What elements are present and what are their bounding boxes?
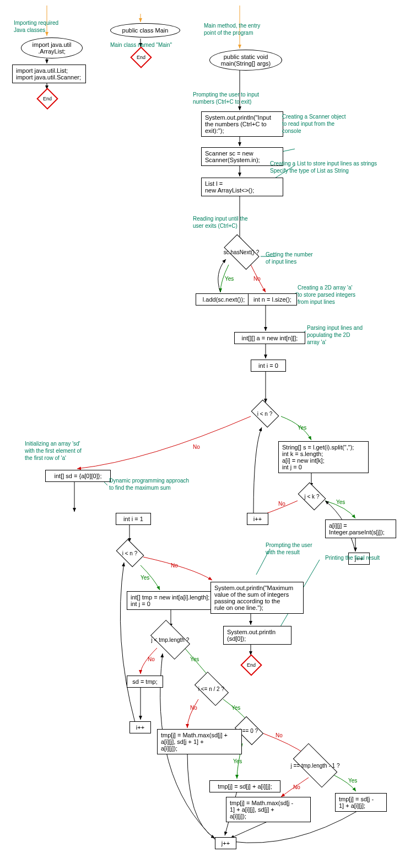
- label-no-7: No: [276, 732, 283, 738]
- annotation-scanner: Creating a Scanner objectto read input f…: [282, 113, 346, 135]
- label-yes-8: Yes: [348, 778, 357, 784]
- label-no-2: No: [193, 444, 200, 450]
- node-println-max: System.out.println("Maximumvalue of the …: [210, 582, 304, 614]
- node-tmp-sdjm1: tmp[j] = sd[j -1] + a[i][j];: [335, 793, 387, 812]
- label-no-5: No: [148, 656, 155, 662]
- annotation-reading: Reading input until theuser exits (Ctrl+…: [193, 215, 248, 229]
- node-println-sd: System.out.println(sd[0]);: [223, 626, 291, 645]
- annotation-2darray: Creating a 2D array 'a'to store parsed i…: [298, 284, 355, 306]
- annotation-import: Importing requiredJava classes: [14, 19, 58, 34]
- node-tmp-sdj: tmp[j] = sd[j] + a[i][j];: [209, 780, 280, 792]
- diamond-ilenhalfn: i <= n / 2 ?: [195, 672, 229, 706]
- annotation-main-method: Main method, the entrypoint of the progr…: [204, 22, 260, 36]
- label-yes-7: Yes: [233, 758, 242, 764]
- node-println-input: System.out.println("Inputthe numbers (Ct…: [201, 111, 283, 137]
- annotation-getnum: Getting the numberof input lines: [266, 251, 313, 265]
- annotation-parsing: Parsing input lines andpopulating the 2D…: [307, 324, 363, 346]
- label-no-3: No: [278, 501, 285, 507]
- node-split: String[] s = l.get(i).split(",");int k =…: [278, 441, 369, 473]
- diamond-hasnext: sc.hasNext() ?: [224, 234, 259, 270]
- annotation-list: Creating a List to store input lines as …: [270, 160, 377, 174]
- node-int-array: int[][] a = new int[n][];: [234, 332, 305, 344]
- flowchart-canvas: Importing requiredJava classes import ja…: [6, 6, 399, 862]
- node-import-ellipse: import java.util.ArrayList;: [21, 37, 83, 58]
- label-yes-4: Yes: [141, 575, 149, 581]
- annotation-print-final: Printing the final result: [325, 554, 380, 561]
- node-main-class: public class Main: [110, 23, 180, 37]
- annotation-prompt: Prompting the user to inputnumbers (Ctrl…: [193, 91, 259, 105]
- end-3: End: [240, 654, 262, 676]
- node-i1: int i = 1: [116, 513, 151, 525]
- node-parseint: a[i][j] =Integer.parseInt(s[j]);: [325, 519, 396, 538]
- annotation-dp: Dynamic programming approachto find the …: [109, 477, 189, 491]
- end-1: End: [36, 88, 58, 110]
- node-lsize: int n = l.size();: [248, 293, 297, 306]
- label-no-6: No: [190, 705, 197, 711]
- node-ladd: l.add(sc.next());: [196, 293, 252, 306]
- label-no-4: No: [171, 562, 178, 569]
- end-2: End: [130, 46, 152, 68]
- node-list: List l =new ArrayList<>();: [201, 178, 283, 196]
- node-tmp-max2: tmp[j] = Math.max(sd[j -1] + a[i][j], sd…: [226, 797, 311, 822]
- diamond-iltn-1: i < n ?: [251, 400, 279, 428]
- node-main-method: public static voidmain(String[] args): [209, 50, 282, 71]
- label-no-1: No: [253, 276, 261, 282]
- node-tmp-max1: tmp[j] = Math.max(sd[j] +a[i][j], sd[j +…: [157, 729, 242, 754]
- node-ipp-1: i++: [247, 513, 268, 525]
- diamond-jltk: j < k ?: [298, 483, 326, 511]
- annotation-prompt-result: Prompting the userwith the result: [266, 542, 312, 556]
- node-import-box: import java.util.List;import java.util.S…: [12, 65, 86, 83]
- label-yes-1: Yes: [225, 276, 234, 282]
- label-yes-6: Yes: [231, 705, 240, 711]
- label-yes-3: Yes: [336, 499, 345, 505]
- node-sd: int[] sd = {a[0][0]};: [45, 470, 111, 482]
- node-ipp-2: i++: [129, 721, 151, 733]
- diamond-jeqlast: j == tmp.length - 1 ?: [293, 743, 338, 788]
- diamond-jlttmp: j < tmp.length ?: [150, 620, 190, 660]
- label-yes-5: Yes: [190, 656, 199, 662]
- label-yes-2: Yes: [298, 425, 306, 431]
- annotation-sd: Initializing an array 'sd'with the first…: [25, 440, 82, 462]
- label-no-8: No: [293, 784, 300, 790]
- diamond-iltn-2: i < n ?: [116, 539, 144, 567]
- node-jpp-2: j++: [215, 837, 236, 849]
- node-i0: int i = 0: [251, 360, 286, 372]
- node-sdtmp: sd = tmp;: [127, 676, 163, 688]
